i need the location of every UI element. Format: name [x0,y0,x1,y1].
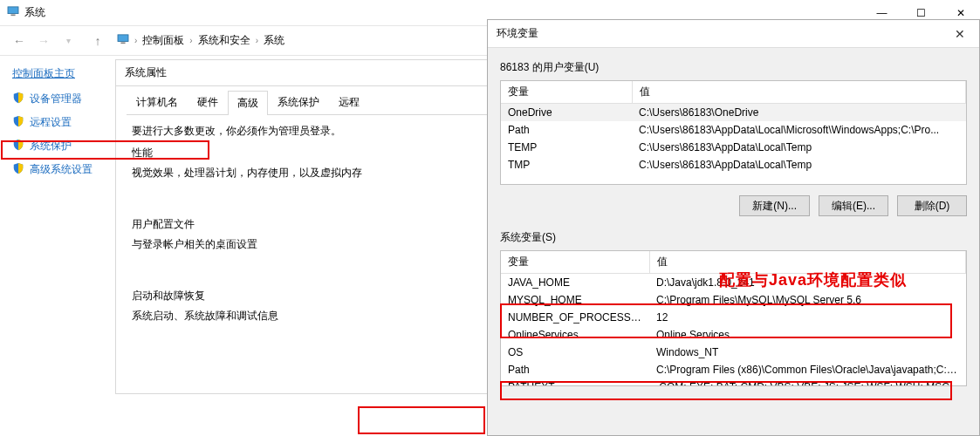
sidebar-item-protection[interactable]: 系统保护 [12,139,106,153]
var-name: TEMP [501,139,632,156]
sidebar-item-label: 设备管理器 [30,92,82,106]
env-dialog-titlebar: 环境变量 ✕ [488,20,979,48]
nav-up-button[interactable]: ↑ [86,29,110,53]
table-row[interactable]: TEMPC:\Users\86183\AppData\Local\Temp [501,139,966,156]
tab-protection[interactable]: 系统保护 [268,90,329,114]
chevron-right-icon: › [256,36,258,45]
svg-rect-1 [10,14,15,16]
table-row[interactable]: TMPC:\Users\86183\AppData\Local\Temp [501,156,966,174]
col-var[interactable]: 变量 [501,81,632,104]
breadcrumb-root[interactable]: 控制面板 [142,33,184,48]
user-vars-buttons: 新建(N)... 编辑(E)... 删除(D) [500,185,967,230]
var-name: Path [501,121,632,139]
table-row[interactable]: PATHEXT.COM;.EXE;.BAT;.CMD;.VBS;.VBE;.JS… [501,378,966,386]
shield-icon [12,92,24,106]
var-value: Windows_NT [649,344,966,361]
var-value: .COM;.EXE;.BAT;.CMD;.VBS;.VBE;.JS;.JSE;.… [649,378,966,386]
breadcrumb-leaf[interactable]: 系统 [264,33,284,48]
user-vars-label: 86183 的用户变量(U) [500,60,967,75]
var-name: OneDrive [501,104,632,122]
shield-icon [12,139,24,153]
user-vars-table[interactable]: 变量 值 OneDriveC:\Users\86183\OneDrivePath… [500,80,967,185]
breadcrumb-icon [117,34,129,47]
svg-rect-3 [120,42,125,44]
sidebar-item-remote[interactable]: 远程设置 [12,115,106,130]
annotation-text: 配置与Java环境配置类似 [719,269,907,290]
svg-rect-2 [118,35,128,42]
var-value: 12 [649,309,966,326]
tab-remote[interactable]: 远程 [329,90,369,114]
var-value: C:\Program Files (x86)\Common Files\Orac… [649,361,966,378]
shield-icon [12,115,24,130]
var-name: TMP [501,156,632,174]
var-name: PATHEXT [501,378,649,386]
props-title: 系统属性 [125,65,167,80]
sidebar-item-label: 远程设置 [30,115,72,130]
breadcrumb-mid[interactable]: 系统和安全 [198,33,250,48]
chevron-right-icon: › [189,36,192,45]
var-value: C:\Users\86183\AppData\Local\Microsoft\W… [632,121,966,139]
var-value: Online Services [649,326,966,344]
table-row[interactable]: MYSQL_HOMEC:\Program Files\MySQL\MySQL S… [501,291,966,309]
var-name: NUMBER_OF_PROCESSORS [501,309,649,326]
env-dialog: 环境变量 ✕ 86183 的用户变量(U) 变量 值 OneDriveC:\Us… [487,19,980,436]
tab-computer-name[interactable]: 计算机名 [127,90,188,114]
sidebar-item-advanced[interactable]: 高级系统设置 [12,162,106,177]
table-row[interactable]: OSWindows_NT [501,344,966,361]
user-new-button[interactable]: 新建(N)... [739,195,810,216]
table-row[interactable]: PathC:\Program Files (x86)\Common Files\… [501,361,966,378]
tab-hardware[interactable]: 硬件 [188,90,228,114]
window-title: 系统 [24,5,45,20]
col-val[interactable]: 值 [632,81,966,104]
system-icon [7,6,19,19]
table-row[interactable]: PathC:\Users\86183\AppData\Local\Microso… [501,121,966,139]
nav-recent-dropdown[interactable]: ▾ [56,29,80,53]
var-value: C:\Users\86183\AppData\Local\Temp [632,156,966,174]
table-row[interactable]: OneDriveC:\Users\86183\OneDrive [501,104,966,122]
sidebar-item-label: 高级系统设置 [30,162,93,177]
env-dialog-title: 环境变量 [497,26,538,41]
tab-advanced[interactable]: 高级 [228,91,268,115]
svg-rect-0 [8,7,18,14]
var-name: Path [501,361,649,378]
table-row[interactable]: OnlineServicesOnline Services [501,326,966,344]
shield-icon [12,162,24,177]
var-name: JAVA_HOME [501,274,649,292]
var-name: MYSQL_HOME [501,291,649,309]
var-name: OS [501,344,649,361]
user-delete-button[interactable]: 删除(D) [897,195,967,216]
chevron-right-icon: › [134,36,137,45]
breadcrumb: › 控制面板 › 系统和安全 › 系统 [117,33,284,48]
user-edit-button[interactable]: 编辑(E)... [819,195,888,216]
sidebar: 控制面板主页 设备管理器 远程设置 系统保护 高级系统设置 [0,56,113,436]
env-dialog-close-button[interactable]: ✕ [949,27,970,41]
var-value: C:\Users\86183\AppData\Local\Temp [632,139,966,156]
col-var[interactable]: 变量 [501,251,649,274]
nav-back-button[interactable]: ← [7,29,31,53]
sidebar-item-device-manager[interactable]: 设备管理器 [12,92,106,106]
var-name: OnlineServices [501,326,649,344]
sys-vars-label: 系统变量(S) [500,230,967,245]
var-value: C:\Users\86183\OneDrive [632,104,966,122]
nav-forward-button[interactable]: → [31,29,56,53]
sidebar-home-link[interactable]: 控制面板主页 [12,66,106,81]
sidebar-item-label: 系统保护 [30,139,72,153]
table-row[interactable]: NUMBER_OF_PROCESSORS12 [501,309,966,326]
var-value: C:\Program Files\MySQL\MySQL Server 5.6 [649,291,966,309]
